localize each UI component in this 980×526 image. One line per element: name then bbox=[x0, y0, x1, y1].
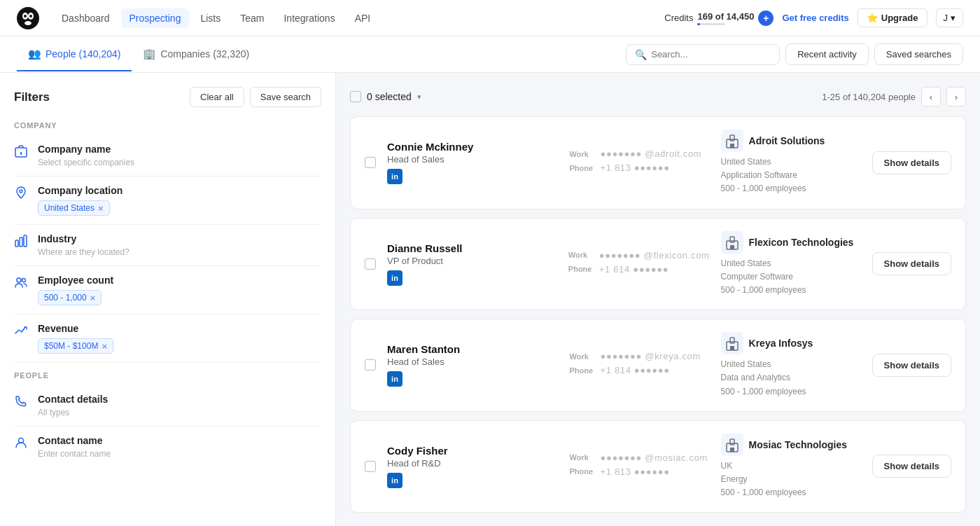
filter-tag-us-remove[interactable]: × bbox=[98, 204, 104, 213]
person-info: Dianne Russell VP of Product in bbox=[387, 242, 557, 286]
credits-bar bbox=[697, 23, 725, 25]
person-contact: Work ●●●●●●● @adroit.com Phone +1 813 ●●… bbox=[570, 148, 710, 177]
upgrade-star-icon: ⭐ bbox=[867, 13, 878, 23]
select-all-checkbox[interactable] bbox=[350, 91, 361, 102]
saved-searches-button[interactable]: Saved searches bbox=[874, 43, 963, 65]
svg-point-3 bbox=[24, 15, 27, 18]
chevron-down-icon: ▾ bbox=[951, 13, 955, 23]
contact-details-icon bbox=[14, 394, 29, 412]
pagination-info: 1-25 of 140,204 people ‹ › bbox=[822, 87, 966, 106]
upgrade-button[interactable]: ⭐ Upgrade bbox=[858, 8, 927, 27]
filter-tag-revenue-label: $50M - $100M bbox=[44, 341, 98, 351]
show-details-button[interactable]: Show details bbox=[872, 151, 951, 174]
person-checkbox[interactable] bbox=[365, 258, 376, 270]
search-box[interactable]: 🔍 bbox=[626, 44, 780, 65]
nav-team[interactable]: Team bbox=[232, 8, 272, 28]
credits-box: Credits 169 of 14,450 + bbox=[664, 11, 774, 26]
person-card: Maren Stanton Head of Sales in Work ●●●●… bbox=[350, 319, 966, 412]
company-logo-icon bbox=[721, 332, 743, 354]
company-info: Mosiac Technologies UK Energy 500 - 1,00… bbox=[721, 434, 861, 500]
linkedin-link[interactable]: in bbox=[387, 270, 402, 286]
user-menu[interactable]: J ▾ bbox=[936, 8, 964, 27]
filter-company-location[interactable]: Company location United States × bbox=[14, 177, 321, 225]
filter-revenue-label: Revenue bbox=[38, 323, 321, 334]
person-title: Head of Sales bbox=[387, 357, 559, 367]
linkedin-link[interactable]: in bbox=[387, 371, 402, 387]
next-page-button[interactable]: › bbox=[946, 87, 966, 106]
recent-activity-button[interactable]: Recent activity bbox=[785, 43, 869, 65]
filter-contact-name-hint: Enter contact name bbox=[38, 449, 321, 459]
show-details-button[interactable]: Show details bbox=[872, 354, 951, 377]
work-email-row: Work ●●●●●●● @kreya.com bbox=[570, 351, 710, 361]
show-details-button[interactable]: Show details bbox=[872, 455, 951, 478]
filter-employee-count-label: Employee count bbox=[38, 275, 321, 286]
get-free-credits-button[interactable]: Get free credits bbox=[782, 13, 848, 23]
person-cards-list: Connie Mckinney Head of Sales in Work ●●… bbox=[350, 116, 966, 513]
svg-rect-18 bbox=[730, 144, 734, 148]
nav-integrations[interactable]: Integrations bbox=[275, 8, 343, 28]
person-name: Cody Fisher bbox=[387, 445, 559, 457]
filter-tag-500-1000-remove[interactable]: × bbox=[90, 293, 96, 303]
search-input[interactable] bbox=[651, 49, 771, 60]
tab-people[interactable]: 👥 People (140,204) bbox=[17, 38, 132, 71]
filter-contact-details-content: Contact details All types bbox=[38, 394, 321, 417]
people-icon: 👥 bbox=[28, 48, 41, 60]
save-search-button[interactable]: Save search bbox=[250, 87, 321, 107]
company-meta: United States Application Software 500 -… bbox=[721, 155, 861, 196]
credits-plus-button[interactable]: + bbox=[758, 11, 774, 26]
filter-revenue[interactable]: Revenue $50M - $100M × bbox=[14, 314, 321, 363]
nav-lists[interactable]: Lists bbox=[192, 8, 229, 28]
filter-company-name-hint: Select specific companies bbox=[38, 158, 321, 167]
phone-value: +1 813 ●●●●●● bbox=[601, 466, 670, 477]
filter-industry[interactable]: Industry Where are they located? bbox=[14, 225, 321, 266]
selected-chevron-icon[interactable]: ▾ bbox=[417, 92, 421, 102]
svg-point-5 bbox=[24, 21, 31, 25]
prev-page-button[interactable]: ‹ bbox=[921, 87, 941, 106]
show-details-button[interactable]: Show details bbox=[872, 252, 951, 275]
svg-point-12 bbox=[17, 278, 21, 282]
filter-company-name[interactable]: Company name Select specific companies bbox=[14, 135, 321, 177]
filter-company-name-label: Company name bbox=[38, 144, 321, 155]
person-checkbox[interactable] bbox=[365, 461, 376, 472]
filter-tag-revenue[interactable]: $50M - $100M × bbox=[38, 338, 113, 354]
person-checkbox[interactable] bbox=[365, 359, 376, 371]
work-email-value: ●●●●●●● @adroit.com bbox=[601, 148, 702, 159]
linkedin-link[interactable]: in bbox=[387, 473, 402, 488]
filter-contact-name-label: Contact name bbox=[38, 435, 321, 446]
tab-people-label: People (140,204) bbox=[46, 48, 120, 60]
filters-sidebar: Filters Clear all Save search COMPANY Co… bbox=[0, 73, 336, 526]
filter-tag-500-1000[interactable]: 500 - 1,000 × bbox=[38, 290, 102, 305]
linkedin-link[interactable]: in bbox=[387, 169, 402, 184]
company-meta: United States Data and Analytics 500 - 1… bbox=[721, 358, 861, 399]
industry-icon bbox=[14, 234, 29, 251]
work-email-value: ●●●●●●● @mosiac.com bbox=[601, 452, 708, 463]
filter-revenue-tags: $50M - $100M × bbox=[38, 338, 321, 354]
filter-contact-details-label: Contact details bbox=[38, 394, 321, 405]
nav-prospecting[interactable]: Prospecting bbox=[121, 8, 190, 28]
filter-tag-us[interactable]: United States × bbox=[38, 200, 110, 216]
filter-tag-revenue-remove[interactable]: × bbox=[102, 342, 107, 351]
company-header: Flexicon Technologies bbox=[721, 231, 861, 254]
top-navigation: Dashboard Prospecting Lists Team Integra… bbox=[0, 0, 980, 36]
select-row: 0 selected ▾ bbox=[350, 91, 421, 102]
person-title: Head of R&D bbox=[387, 458, 559, 469]
filter-contact-name[interactable]: Contact name Enter contact name bbox=[14, 427, 321, 467]
nav-dashboard[interactable]: Dashboard bbox=[53, 8, 118, 28]
person-title: Head of Sales bbox=[387, 154, 559, 165]
person-checkbox[interactable] bbox=[365, 157, 376, 168]
filter-employee-count[interactable]: Employee count 500 - 1,000 × bbox=[14, 266, 321, 314]
credits-label: Credits bbox=[664, 13, 693, 23]
filter-tag-us-label: United States bbox=[44, 203, 94, 213]
phone-value: +1 814 ●●●●●● bbox=[601, 365, 670, 375]
filter-contact-details[interactable]: Contact details All types bbox=[14, 385, 321, 427]
person-contact: Work ●●●●●●● @kreya.com Phone +1 814 ●●●… bbox=[570, 351, 710, 379]
location-icon bbox=[14, 186, 29, 203]
tab-companies[interactable]: 🏢 Companies (32,320) bbox=[132, 38, 260, 71]
phone-row: Phone +1 614 ●●●●●● bbox=[568, 264, 710, 275]
credits-value: 169 of 14,450 bbox=[697, 11, 754, 22]
company-name: Adroit Solutions bbox=[749, 135, 825, 146]
clear-all-button[interactable]: Clear all bbox=[190, 87, 244, 107]
company-header: Adroit Solutions bbox=[721, 130, 861, 152]
nav-api[interactable]: API bbox=[346, 8, 379, 28]
person-contact: Work ●●●●●●● @mosiac.com Phone +1 813 ●●… bbox=[570, 452, 710, 480]
